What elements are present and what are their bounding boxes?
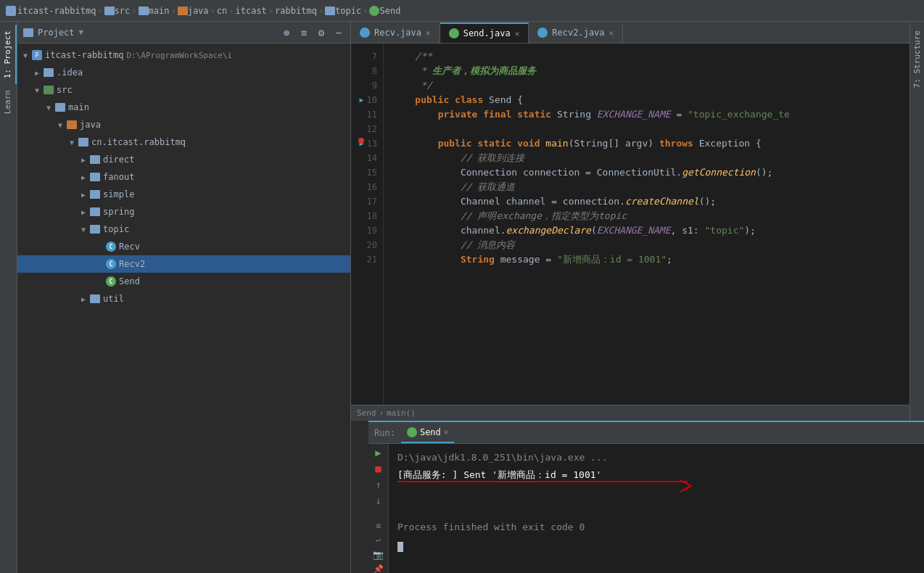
root-icon: P bbox=[32, 50, 42, 60]
tree-root[interactable]: ▼ P itcast-rabbitmq D:\AProgramWorkSpace… bbox=[17, 46, 350, 64]
recv2-tab-close[interactable]: ✕ bbox=[609, 28, 614, 38]
line-10: ▶ 10 bbox=[351, 93, 383, 107]
tab-send-java[interactable]: Send.java ✕ bbox=[440, 22, 529, 43]
send-label: Send bbox=[119, 276, 140, 286]
editor-breadcrumb-sep: › bbox=[379, 408, 384, 418]
tree-simple[interactable]: ▶ simple bbox=[17, 186, 350, 203]
line-13: ▶ 13 bbox=[351, 136, 383, 151]
recv2-class-icon: C bbox=[106, 259, 116, 269]
tree-send[interactable]: C Send bbox=[17, 273, 350, 290]
run-output-line: [商品服务: ] Sent '新增商品：id = 1001' bbox=[397, 469, 601, 480]
tree-recv2[interactable]: C Recv2 bbox=[17, 255, 350, 273]
tree-fanout[interactable]: ▶ fanout bbox=[17, 168, 350, 186]
tree-package[interactable]: ▼ cn.itcast.rabbitmq bbox=[17, 133, 350, 151]
topic-folder-icon bbox=[90, 225, 100, 234]
tree-java[interactable]: ▼ java bbox=[17, 116, 350, 133]
code-line-7: /** bbox=[392, 49, 901, 64]
main-folder-icon bbox=[55, 103, 65, 112]
package-icon bbox=[78, 138, 88, 147]
run-content: ▶ ■ ↑ ↓ ≡ ↩ 📷 📌 D:\java\jdk1.8.0_251\bin… bbox=[368, 444, 924, 573]
tree-main[interactable]: ▼ main bbox=[17, 99, 350, 116]
run-camera-button[interactable]: 📷 bbox=[372, 550, 385, 560]
code-line-15: Connection connection = ConnectionUtil.g… bbox=[392, 165, 901, 180]
code-line-10: public class Send { bbox=[392, 93, 901, 107]
run-stop-button[interactable]: ■ bbox=[372, 463, 385, 474]
line-21: 21 bbox=[351, 252, 383, 267]
util-label: util bbox=[103, 294, 124, 304]
run-path-line: D:\java\jdk1.8.0_251\bin\java.exe ... bbox=[397, 450, 918, 466]
tree-recv[interactable]: C Recv bbox=[17, 238, 350, 255]
project-settings-icon[interactable]: ⚙ bbox=[315, 27, 327, 38]
project-close-icon[interactable]: − bbox=[333, 27, 345, 38]
tree-src[interactable]: ▼ src bbox=[17, 81, 350, 99]
line-7: 7 bbox=[351, 49, 383, 64]
line-20: 20 bbox=[351, 238, 383, 252]
run-sidebar: ▶ ■ ↑ ↓ ≡ ↩ 📷 📌 bbox=[368, 444, 389, 573]
code-line-21: String message = "新增商品：id = 1001"; bbox=[392, 252, 901, 267]
line-19: 19 bbox=[351, 223, 383, 238]
run-finish-line: Process finished with exit code 0 bbox=[397, 519, 918, 535]
tree-spring[interactable]: ▶ spring bbox=[17, 203, 350, 220]
fanout-label: fanout bbox=[103, 172, 134, 182]
run-tab-send[interactable]: Send ✕ bbox=[401, 423, 455, 443]
sidebar-tab-structure[interactable]: 7: Structure bbox=[911, 25, 923, 94]
send-tab-icon bbox=[449, 28, 459, 38]
direct-label: direct bbox=[103, 154, 134, 165]
tree-idea[interactable]: ▶ .idea bbox=[17, 64, 350, 81]
code-editor[interactable]: 7 8 9 ▶ 10 11 12 ▶ 13 bbox=[351, 44, 909, 405]
code-content[interactable]: /** * 生产者，模拟为商品服务 */ public class Send {… bbox=[384, 44, 909, 405]
code-line-20: // 消息内容 bbox=[392, 238, 901, 252]
project-tree: ▼ P itcast-rabbitmq D:\AProgramWorkSpace… bbox=[17, 44, 350, 573]
breadcrumb-item-itcast[interactable]: itcast bbox=[236, 6, 267, 16]
project-locate-icon[interactable]: ⊕ bbox=[281, 27, 292, 38]
bottom-panel: Run: Send ✕ ▶ ■ ↑ ↓ ≡ ↩ 📷 bbox=[368, 421, 924, 573]
sidebar-tab-learn[interactable]: Learn bbox=[0, 84, 17, 120]
breadcrumb-item-topic[interactable]: topic bbox=[335, 6, 361, 16]
src-label: src bbox=[57, 85, 73, 95]
code-line-12 bbox=[392, 122, 901, 136]
breadcrumb-item-cn[interactable]: cn bbox=[217, 6, 227, 16]
tree-direct[interactable]: ▶ direct bbox=[17, 151, 350, 168]
tree-topic[interactable]: ▼ topic bbox=[17, 220, 350, 238]
run-pin-button[interactable]: 📌 bbox=[372, 564, 385, 573]
recv2-tab-label: Recv2.java bbox=[552, 28, 604, 38]
recv-tab-label: Recv.java bbox=[374, 28, 421, 38]
run-down-button[interactable]: ↓ bbox=[372, 495, 385, 506]
run-wrap-button[interactable]: ↩ bbox=[372, 535, 385, 545]
breadcrumb-item-project[interactable]: itcast-rabbitmq bbox=[17, 6, 96, 16]
run-play-button[interactable]: ▶ bbox=[372, 447, 385, 458]
tab-recv2-java[interactable]: Recv2.java ✕ bbox=[529, 22, 623, 43]
breadcrumb-item-java[interactable]: java bbox=[188, 6, 209, 16]
recv2-label: Recv2 bbox=[119, 259, 145, 269]
run-cursor-line bbox=[397, 538, 918, 554]
main-layout: 1: Project Learn Project ▼ ⊕ ≡ ⚙ − ▼ P bbox=[0, 22, 924, 573]
breadcrumb-item-src[interactable]: src bbox=[115, 6, 131, 16]
java-folder-icon bbox=[67, 120, 77, 129]
package-label: cn.itcast.rabbitmq bbox=[91, 137, 186, 147]
code-line-8: * 生产者，模拟为商品服务 bbox=[392, 64, 901, 78]
run-up-button[interactable]: ↑ bbox=[372, 479, 385, 490]
project-collapse-icon[interactable]: ≡ bbox=[298, 27, 310, 38]
recv-tab-close[interactable]: ✕ bbox=[426, 28, 431, 38]
line-9: 9 bbox=[351, 78, 383, 93]
tab-recv-java[interactable]: Recv.java ✕ bbox=[351, 22, 440, 43]
tree-util[interactable]: ▶ util bbox=[17, 290, 350, 308]
breadcrumb-item-main[interactable]: main bbox=[149, 6, 170, 16]
project-header: Project ▼ ⊕ ≡ ⚙ − bbox=[17, 22, 350, 44]
project-dropdown-icon[interactable]: ▼ bbox=[79, 28, 84, 37]
breadcrumb-item-rabbitmq[interactable]: rabbitmq bbox=[275, 6, 317, 16]
line-11: 11 bbox=[351, 107, 383, 122]
run-tab-close[interactable]: ✕ bbox=[444, 427, 449, 437]
breadcrumb-item-send[interactable]: Send bbox=[379, 6, 400, 16]
run-label: Run: bbox=[374, 428, 395, 438]
sidebar-tab-project[interactable]: 1: Project bbox=[0, 25, 17, 84]
util-folder-icon bbox=[90, 294, 100, 303]
send-tab-close[interactable]: ✕ bbox=[515, 29, 520, 38]
idea-label: .idea bbox=[57, 67, 83, 78]
run-settings-button[interactable]: ≡ bbox=[372, 521, 385, 531]
idea-folder-icon bbox=[44, 68, 54, 77]
editor-breadcrumb: Send › main() bbox=[351, 405, 909, 421]
topic-label: topic bbox=[103, 224, 129, 234]
project-title: Project bbox=[38, 28, 75, 38]
sidebar-icons: 1: Project Learn bbox=[0, 22, 17, 573]
